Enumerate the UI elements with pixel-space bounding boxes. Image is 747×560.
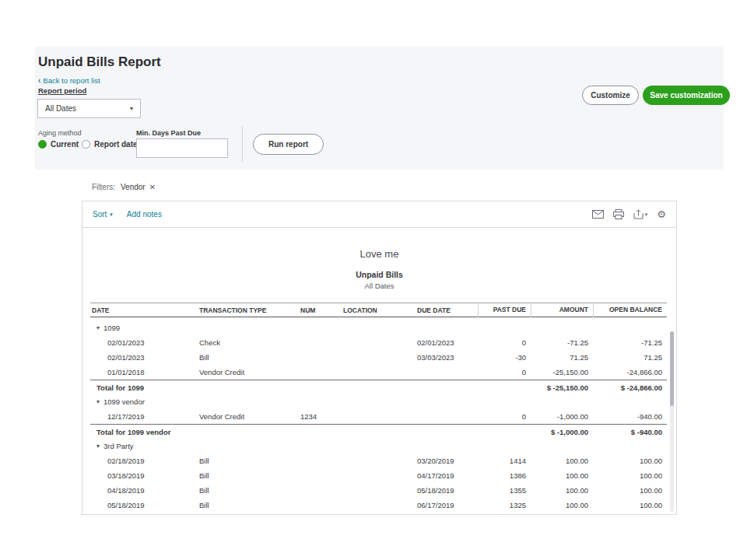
column-header-location[interactable]: LOCATION [343, 306, 417, 314]
mail-icon[interactable] [592, 210, 604, 219]
unpaid-bills-report-page: Unpaid Bills Report ‹ Back to report lis… [0, 0, 747, 560]
report-card: Sort ▾ Add notes ▾ ⚙ Love me [82, 201, 677, 515]
total-amount: $ -25,150.00 [531, 383, 593, 392]
column-header-date[interactable]: DATE [90, 306, 199, 314]
group-header-row[interactable]: ▾3rd Party [90, 439, 667, 453]
report-period-select[interactable]: All Dates ▾ [37, 99, 141, 118]
cell-open-balance: -940.00 [593, 412, 667, 421]
report-table-body: ▾109902/01/2023Check02/01/20230-71.25-71… [90, 320, 667, 515]
cell-past-due: 0 [478, 412, 531, 421]
cell-amount: -1,000.00 [531, 412, 593, 421]
sort-dropdown[interactable]: Sort ▾ [93, 210, 113, 219]
report-subtitle: All Dates [82, 282, 676, 290]
add-notes-link[interactable]: Add notes [127, 210, 162, 219]
save-customization-button[interactable]: Save customization [643, 86, 730, 105]
collapse-triangle-icon[interactable]: ▾ [96, 398, 100, 405]
cell-num: 1234 [300, 412, 343, 421]
cell-amount: 100.00 [531, 486, 593, 495]
table-row[interactable]: 01/01/2018Vendor Credit0-25,150.00-24,86… [90, 365, 667, 380]
sort-label: Sort [93, 210, 107, 219]
total-open-balance: $ -940.00 [593, 428, 667, 436]
table-row[interactable]: 02/18/2019Bill03/20/20191414100.00100.00 [90, 453, 667, 468]
filters-row: Filters: Vendor ✕ [92, 183, 156, 191]
cell-amount: 100.00 [531, 457, 593, 465]
group-name: 1099 vendor [103, 397, 145, 406]
report-period-label: Report period [38, 86, 86, 95]
column-header-amount[interactable]: AMOUNT [531, 303, 593, 317]
cell-open-balance: 100.00 [593, 486, 667, 495]
page-title: Unpaid Bills Report [38, 54, 161, 70]
table-row[interactable]: 03/18/2019Bill04/17/20191386100.00100.00 [90, 468, 667, 483]
cell-past-due: 1355 [478, 486, 531, 495]
cell-past-due: -30 [478, 353, 531, 362]
table-row[interactable]: 12/17/2019Vendor Credit12340-1,000.00-94… [90, 409, 667, 424]
table-row[interactable]: 04/18/2019Bill05/18/20191355100.00100.00 [90, 483, 667, 498]
cell-open-balance: 71.25 [593, 353, 667, 362]
cell-amount: -25,150.00 [531, 368, 593, 376]
printer-icon[interactable] [613, 209, 624, 219]
column-header-open-balance[interactable]: OPEN BALANCE [593, 303, 667, 317]
aging-method-label: Aging method [38, 129, 82, 137]
filters-label: Filters: [92, 183, 115, 191]
column-header-past-due[interactable]: PAST DUE [478, 303, 531, 317]
cell-due-date: 03/20/2019 [417, 457, 478, 465]
cell-open-balance: -71.25 [593, 338, 667, 347]
cell-transaction-type: Bill [199, 486, 300, 495]
run-report-button[interactable]: Run report [253, 134, 324, 155]
cell-due-date: 06/17/2019 [417, 501, 478, 509]
total-label: Total for 1099 [90, 383, 478, 392]
group-total-row: Total for 1099 vendor$ -1,000.00$ -940.0… [90, 424, 667, 439]
back-to-report-list-link[interactable]: ‹ Back to report list [38, 76, 100, 85]
column-header-transaction-type[interactable]: TRANSACTION TYPE [199, 306, 300, 314]
cell-transaction-type: Bill [199, 501, 300, 509]
collapse-triangle-icon[interactable]: ▾ [96, 443, 100, 450]
cell-amount: 71.25 [531, 353, 593, 362]
report-title: Unpaid Bills [82, 270, 676, 279]
report-table: DATE TRANSACTION TYPE NUM LOCATION DUE D… [90, 303, 667, 515]
total-label: Total for 1099 vendor [90, 428, 478, 436]
min-days-past-due-input[interactable] [136, 138, 228, 158]
cell-date: 02/01/2023 [90, 353, 199, 362]
cell-due-date: 02/01/2023 [417, 338, 478, 347]
cell-date: 02/18/2019 [90, 457, 199, 465]
gear-icon[interactable]: ⚙ [657, 209, 666, 219]
total-open-balance: $ -24,866.00 [593, 383, 667, 392]
filter-vendor-chip[interactable]: Vendor ✕ [121, 183, 156, 191]
table-row[interactable]: 06/18/2019Bill07/18/20191294100.00100.00 [90, 513, 667, 515]
aging-current-radio[interactable]: Current [38, 140, 79, 149]
scrollbar-thumb[interactable] [670, 331, 674, 406]
aging-current-label: Current [51, 140, 79, 149]
cell-amount: 100.00 [531, 501, 593, 509]
table-row[interactable]: 02/01/2023Bill03/03/2023-3071.2571.25 [90, 350, 667, 365]
cell-amount: -71.25 [531, 338, 593, 347]
filter-vendor-label: Vendor [121, 183, 146, 191]
column-header-due-date[interactable]: DUE DATE [417, 306, 478, 314]
group-header-row[interactable]: ▾1099 [90, 320, 667, 335]
cell-date: 02/01/2023 [90, 338, 199, 347]
cell-past-due: 1386 [478, 471, 531, 480]
group-name: 3rd Party [103, 442, 134, 450]
cell-date: 01/01/2018 [90, 368, 199, 376]
radio-unselected-icon [82, 140, 90, 149]
cell-open-balance: 100.00 [593, 457, 667, 465]
cell-date: 04/18/2019 [90, 486, 199, 495]
remove-filter-icon[interactable]: ✕ [149, 184, 156, 191]
aging-report-date-radio[interactable]: Report date [82, 140, 138, 149]
report-toolbar: Sort ▾ Add notes ▾ ⚙ [82, 201, 676, 228]
cell-date: 12/17/2019 [90, 412, 199, 421]
chevron-left-icon: ‹ [38, 76, 40, 85]
table-row[interactable]: 02/01/2023Check02/01/20230-71.25-71.25 [90, 335, 667, 350]
chevron-down-icon: ▾ [645, 212, 648, 218]
cell-date: 05/18/2019 [90, 501, 199, 509]
group-header-row[interactable]: ▾1099 vendor [90, 394, 667, 409]
cell-open-balance: 100.00 [593, 471, 667, 480]
column-header-num[interactable]: NUM [300, 306, 343, 314]
cell-transaction-type: Check [199, 338, 300, 347]
report-period-value: All Dates [45, 104, 76, 113]
customize-button[interactable]: Customize [582, 86, 639, 105]
export-icon[interactable]: ▾ [633, 209, 648, 219]
group-total-row: Total for 1099$ -25,150.00$ -24,866.00 [90, 380, 667, 394]
collapse-triangle-icon[interactable]: ▾ [96, 324, 100, 331]
table-row[interactable]: 05/18/2019Bill06/17/20191325100.00100.00 [90, 498, 667, 513]
cell-date: 03/18/2019 [90, 471, 199, 480]
